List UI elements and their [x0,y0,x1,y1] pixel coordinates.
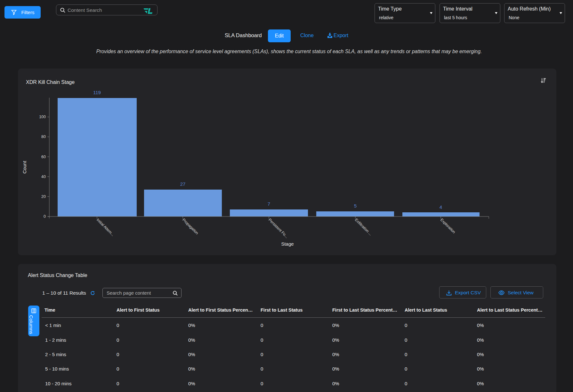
svg-text:7: 7 [268,201,270,207]
svg-text:Count: Count [22,160,27,174]
svg-text:Exploration: Exploration [440,217,456,234]
svg-text:119: 119 [93,90,101,95]
svg-text:20: 20 [41,194,46,199]
svg-text:Propagation: Propagation [182,217,199,235]
svg-text:Stage: Stage [281,241,294,247]
svg-text:4: 4 [440,204,442,210]
svg-text:Initial Attem...: Initial Attem... [96,217,115,237]
svg-text:40: 40 [41,175,46,179]
svg-text:80: 80 [41,135,46,139]
svg-text:Persistent Fo...: Persistent Fo... [268,217,289,239]
svg-text:0: 0 [44,214,46,219]
svg-text:Exfiltration ...: Exfiltration ... [354,217,373,236]
svg-text:100: 100 [39,115,46,119]
svg-text:5: 5 [354,203,357,208]
svg-text:27: 27 [180,181,186,187]
svg-text:60: 60 [41,155,46,159]
